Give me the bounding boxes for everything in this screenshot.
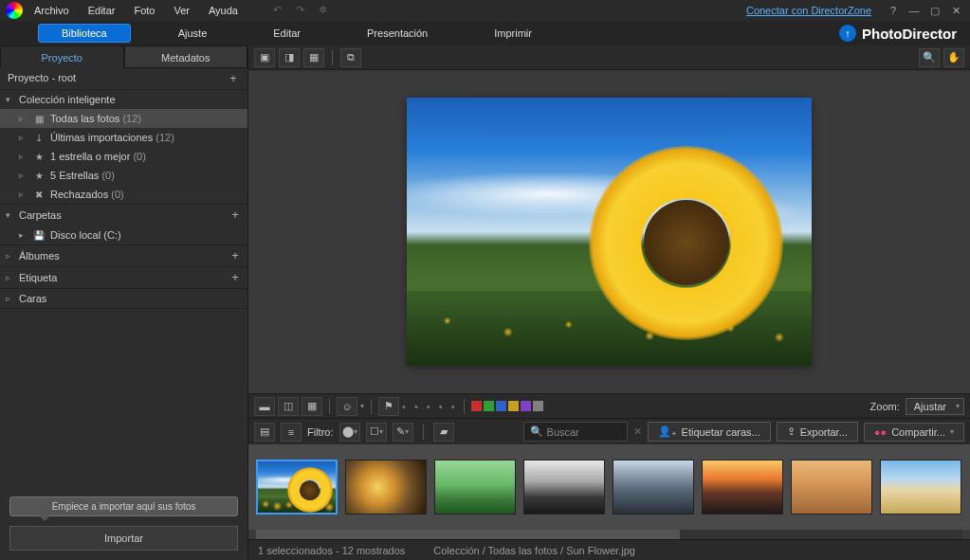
filter-flag-icon[interactable]: ☐▾: [366, 423, 387, 442]
import-button[interactable]: Importar: [9, 526, 238, 551]
layout-2-icon[interactable]: ◫: [278, 397, 299, 416]
brand-arrow-icon: ↑: [839, 25, 856, 42]
caret-down-icon: ▾: [6, 210, 15, 220]
zoom-select[interactable]: Ajustar ▾: [906, 398, 964, 415]
flag-icon[interactable]: ⚑: [378, 397, 399, 416]
tab-biblioteca[interactable]: Biblioteca: [38, 24, 131, 43]
view-grid-icon[interactable]: ▦: [303, 48, 324, 67]
photos-icon: ▦: [32, 112, 46, 125]
rating-dots[interactable]: • • • • •: [402, 401, 457, 412]
caras-label: Caras: [19, 293, 46, 304]
tag-faces-button[interactable]: 👤₊ Etiquetar caras...: [648, 422, 771, 442]
color-swatch[interactable]: [533, 401, 543, 411]
caret-right-icon: ▸: [19, 230, 28, 240]
caret-right-icon: ▹: [19, 133, 28, 142]
thumb-bridge[interactable]: [523, 460, 605, 515]
tree-item-disk[interactable]: ▸ 💾 Disco local (C:): [0, 226, 247, 244]
menu-ayuda[interactable]: Ayuda: [201, 3, 246, 18]
filter-tag-icon[interactable]: ⬤▾: [339, 423, 360, 442]
etiqueta-add-icon[interactable]: +: [229, 271, 242, 284]
albums-add-icon[interactable]: +: [229, 249, 242, 262]
layout-1-icon[interactable]: ▬: [254, 397, 275, 416]
minimize-icon[interactable]: —: [906, 4, 923, 17]
thumb-beach[interactable]: [880, 460, 961, 515]
thumb-cat[interactable]: [791, 460, 872, 515]
menu-archivo[interactable]: Archivo: [27, 3, 77, 18]
zoom-tool-icon[interactable]: 🔍: [919, 48, 940, 67]
share-button[interactable]: ●● Compartir... ▾: [864, 423, 964, 442]
undo-icon[interactable]: ↶: [273, 4, 286, 17]
color-swatch[interactable]: [496, 401, 506, 411]
clear-search-icon[interactable]: ✕: [633, 425, 642, 438]
side-tab-proyecto[interactable]: Proyecto: [0, 45, 124, 68]
directorzone-link[interactable]: Conectar con DirectorZone: [746, 5, 871, 16]
color-swatch[interactable]: [521, 401, 531, 411]
color-swatch[interactable]: [471, 401, 482, 411]
scroll-thumb[interactable]: [256, 530, 680, 539]
item-count: (0): [133, 151, 145, 162]
redo-icon[interactable]: ↷: [296, 4, 309, 17]
tab-presentacion[interactable]: Presentación: [348, 24, 447, 43]
tree-item-all-photos[interactable]: ▹ ▦ Todas las fotos (12): [0, 109, 247, 128]
smart-collection-label: Colección inteligente: [19, 94, 116, 105]
pan-tool-icon[interactable]: ✋: [943, 48, 964, 67]
tree-caras[interactable]: ▹ Caras: [0, 289, 247, 308]
layout-3-icon[interactable]: ▦: [302, 397, 322, 416]
sort-order-icon[interactable]: ≡: [281, 423, 302, 442]
view-compare-icon[interactable]: ◨: [279, 48, 300, 67]
side-tab-metadatos[interactable]: Metadatos: [124, 45, 248, 68]
thumb-mountain[interactable]: [613, 460, 694, 515]
tab-editar[interactable]: Editar: [254, 24, 320, 43]
thumb-bike[interactable]: [434, 460, 516, 515]
tree-etiqueta[interactable]: ▹ Etiqueta +: [0, 267, 247, 288]
item-count: (0): [101, 170, 114, 181]
stack-icon[interactable]: ▰: [433, 423, 454, 442]
tree-item-rejected[interactable]: ▹ ✖ Rechazados (0): [0, 185, 247, 204]
thumb-scrollbar[interactable]: [256, 530, 962, 539]
menu-ver[interactable]: Ver: [166, 3, 197, 18]
face-tag-icon[interactable]: ☺: [337, 397, 357, 416]
zoom-value: Ajustar: [914, 401, 946, 412]
item-label: 1 estrella o mejor: [50, 151, 130, 162]
tree-item-last-imports[interactable]: ▹ ⤓ Últimas importaciones (12): [0, 128, 247, 147]
color-swatch[interactable]: [484, 401, 494, 411]
view-dual-icon[interactable]: ⧉: [340, 48, 361, 67]
close-icon[interactable]: ✕: [947, 4, 964, 17]
tree-item-five-star[interactable]: ▹ ★ 5 Estrellas (0): [0, 166, 247, 185]
thumb-sunset[interactable]: [702, 460, 783, 515]
app-logo-icon: [6, 2, 23, 19]
statusbar: 1 seleccionados - 12 mostrados Colección…: [248, 539, 970, 560]
tree-folders[interactable]: ▾ Carpetas +: [0, 205, 247, 226]
search-placeholder: Buscar: [547, 426, 579, 438]
tab-ajuste[interactable]: Ajuste: [159, 24, 227, 43]
preview-image[interactable]: [407, 98, 812, 366]
item-label: Todas las fotos: [50, 113, 119, 124]
brand-label: PhotoDirector: [862, 26, 957, 42]
export-icon: ⇪: [787, 425, 796, 438]
export-button[interactable]: ⇪ Exportar...: [777, 422, 858, 442]
menu-foto[interactable]: Foto: [126, 3, 162, 18]
sort-icon[interactable]: ▤: [254, 423, 275, 442]
status-selection: 1 seleccionados - 12 mostrados: [258, 545, 405, 556]
help-icon[interactable]: ?: [885, 4, 902, 17]
tree-albums[interactable]: ▹ Álbumes +: [0, 245, 247, 266]
view-single-icon[interactable]: ▣: [254, 48, 275, 67]
folders-add-icon[interactable]: +: [229, 208, 242, 222]
tree-smart-collection[interactable]: ▾ Colección inteligente: [0, 90, 247, 109]
caret-right-icon: ▹: [19, 114, 28, 123]
caret-right-icon: ▹: [6, 273, 15, 282]
chevron-down-icon: ▾: [956, 402, 960, 410]
thumb-sunflower[interactable]: [256, 460, 338, 515]
menu-editar[interactable]: Editar: [81, 3, 123, 18]
filter-star-icon[interactable]: ✎▾: [393, 423, 413, 442]
color-swatch[interactable]: [508, 401, 519, 411]
settings-icon[interactable]: ✲: [319, 4, 332, 17]
tree-item-one-star[interactable]: ▹ ★ 1 estrella o mejor (0): [0, 147, 247, 166]
maximize-icon[interactable]: ▢: [926, 4, 943, 17]
tab-imprimir[interactable]: Imprimir: [475, 24, 551, 43]
search-input[interactable]: 🔍 Buscar: [523, 422, 628, 442]
project-add-icon[interactable]: +: [227, 72, 240, 85]
thumb-spiral[interactable]: [345, 460, 427, 515]
chevron-down-icon[interactable]: ▾: [360, 402, 364, 410]
item-label: Disco local (C:): [50, 229, 121, 241]
